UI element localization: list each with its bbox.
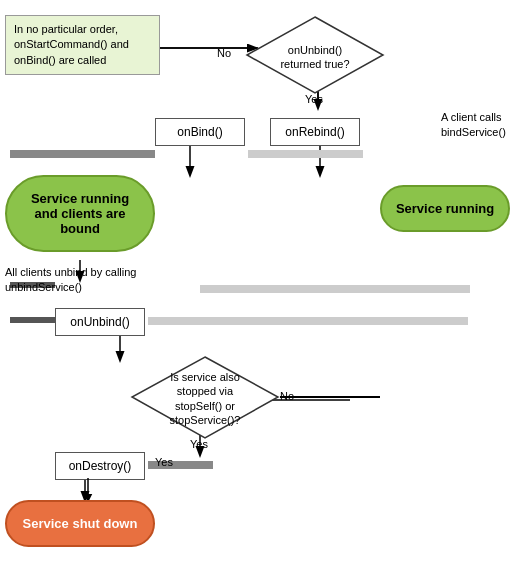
state-running: Service running: [380, 185, 510, 232]
onrebind-button[interactable]: onRebind(): [270, 118, 360, 146]
note-box: In no particular order, onStartCommand()…: [5, 15, 160, 75]
diamond2-no-bar: [280, 396, 380, 398]
diamond1: onUnbind() returned true? No Yes: [245, 15, 385, 98]
onunbind-bar: [148, 317, 468, 325]
diamond2-text: Is service also stopped via stopSelf() o…: [153, 370, 258, 427]
diamond1-yes-label: Yes: [305, 93, 323, 105]
onbind-button[interactable]: onBind(): [155, 118, 245, 146]
diamond1-text: onUnbind() returned true?: [270, 42, 360, 71]
onunbind-button[interactable]: onUnbind(): [55, 308, 145, 336]
client-note: A client calls bindService(): [441, 110, 521, 141]
all-clients-bar: [200, 285, 470, 293]
state-bound: Service running and clients are bound: [5, 175, 155, 252]
note-text: In no particular order, onStartCommand()…: [14, 23, 129, 66]
ondestroy-yes: Yes: [155, 456, 173, 468]
bar-mid: [248, 150, 363, 158]
arrow-to-shutdown: [78, 478, 98, 500]
diagram: In no particular order, onStartCommand()…: [0, 0, 526, 567]
ondestroy-button[interactable]: onDestroy(): [55, 452, 145, 480]
bar-left: [10, 150, 155, 158]
shutdown-state: Service shut down: [5, 500, 155, 547]
all-clients-label: All clients unbind by calling unbindServ…: [5, 265, 195, 296]
diamond2-yes-label: Yes: [190, 438, 208, 450]
diamond2: Is service also stopped via stopSelf() o…: [130, 355, 280, 443]
diamond1-no-label: No: [217, 47, 231, 59]
